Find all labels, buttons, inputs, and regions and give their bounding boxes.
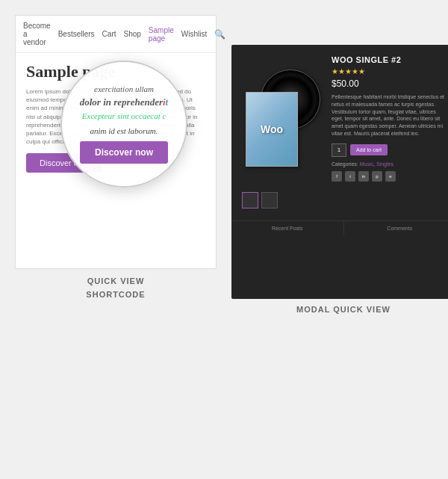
nav-cart[interactable]: Cart [102, 30, 116, 38]
tab-comments[interactable]: Comments [344, 221, 449, 235]
tab-recent-posts[interactable]: Recent Posts [231, 221, 344, 235]
nav-bestsellers[interactable]: Bestsellers [58, 30, 95, 38]
star-rating: ★★★★★ [332, 67, 445, 75]
right-label: MODAL QUICK VIEW [296, 305, 391, 314]
social-icons: f t in p e [332, 171, 445, 182]
add-to-cart-row: 1 Add to cart [332, 143, 445, 157]
thumbnail-row [231, 192, 448, 216]
category-music[interactable]: Music [360, 161, 373, 167]
modal-inner: Woo WOO SINGLE #2 ★★★★★ $50.00 Pellentes… [231, 45, 448, 192]
product-title: WOO SINGLE #2 [332, 55, 445, 64]
nav-become-vendor[interactable]: Become a vendor [23, 22, 51, 46]
product-description: Pellentesque habitant morbi tristique se… [332, 93, 445, 137]
add-to-cart-button[interactable]: Add to cart [350, 144, 388, 155]
email-icon[interactable]: e [385, 171, 396, 182]
magnifier-overlay: exercitation ullam dolor in reprehenderi… [60, 61, 187, 188]
magnifier-text-2: dolor in reprehenderit [80, 96, 168, 108]
quick-view-shortcode-card: Become a vendor Bestsellers Cart Shop Sa… [15, 15, 217, 269]
book-cover: Woo [246, 92, 298, 167]
nav-wishlist[interactable]: Wishlist [181, 30, 207, 38]
search-icon[interactable]: 🔍 [214, 29, 225, 40]
quantity-input[interactable]: 1 [332, 143, 346, 157]
product-info: WOO SINGLE #2 ★★★★★ $50.00 Pellentesque … [332, 55, 445, 182]
magnifier-text-4: anim id est laborum. [90, 126, 158, 135]
modal-footer: Recent Posts Comments [231, 220, 448, 235]
category-singles[interactable]: Singles [376, 161, 393, 167]
thumbnail-1[interactable] [242, 192, 258, 208]
categories-label: Categories: [332, 161, 358, 167]
product-image: Woo [242, 55, 324, 182]
linkedin-icon[interactable]: in [358, 171, 369, 182]
book-woo-label: Woo [261, 123, 283, 135]
twitter-icon[interactable]: t [345, 171, 355, 182]
magnifier-discover-button[interactable]: Discover now [80, 141, 168, 164]
magnifier-text-3: Excepteur sint occaecat c [82, 111, 167, 120]
product-price: $50.00 [332, 78, 445, 89]
magnifier-text-1: exercitation ullam [94, 84, 154, 93]
facebook-icon[interactable]: f [332, 171, 342, 182]
product-categories: Categories: Music, Singles [332, 161, 445, 167]
nav-shop[interactable]: Shop [124, 30, 141, 38]
nav-bar: Become a vendor Bestsellers Cart Shop Sa… [16, 16, 216, 53]
left-label: QUICK VIEWSHORTCODE [86, 275, 145, 301]
nav-sample-page[interactable]: Sample page [149, 26, 174, 43]
thumbnail-2[interactable] [261, 192, 278, 208]
vinyl-container: Woo [246, 69, 320, 167]
modal-quick-view-card: Woo WOO SINGLE #2 ★★★★★ $50.00 Pellentes… [231, 45, 448, 299]
pinterest-icon[interactable]: p [372, 171, 382, 182]
